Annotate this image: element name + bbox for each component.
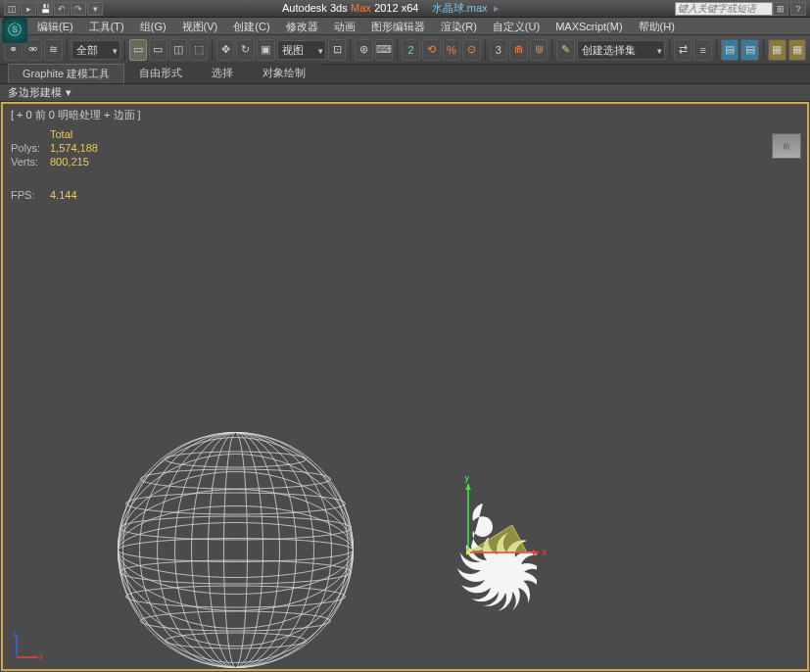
rotate-icon[interactable]: ↻ [236, 39, 255, 61]
snap-percent-icon[interactable]: % [443, 39, 461, 61]
help-grid-icon[interactable]: ⊞ [773, 2, 788, 16]
svg-point-20 [126, 586, 346, 607]
svg-marker-27 [465, 484, 471, 490]
svg-point-9 [209, 433, 263, 668]
snap-2d-icon[interactable]: 2 [402, 39, 420, 61]
qat-dropdown-icon[interactable]: ▾ [87, 2, 103, 16]
application-icon[interactable]: ⓢ [2, 18, 27, 43]
viewcube[interactable]: 前 [772, 133, 801, 159]
keyboard-shortcut-icon[interactable]: ⌨ [375, 39, 394, 61]
snap-mag2-icon[interactable]: ⋓ [530, 39, 548, 61]
menu-tools[interactable]: 工具(T) [81, 18, 132, 35]
select-icon[interactable]: ▭ [129, 39, 148, 61]
new-icon[interactable]: ◫ [4, 2, 20, 16]
schematic-icon[interactable]: ▦ [768, 39, 786, 61]
mirror-icon[interactable]: ⇄ [674, 39, 692, 61]
svg-point-3 [119, 506, 354, 595]
viewport[interactable]: [ + 0 前 0 明暗处理 + 边面 ] Total Polys:1,574,… [1, 102, 809, 671]
named-selection-dropdown[interactable]: 创建选择集 [577, 40, 665, 60]
ref-coord-dropdown[interactable]: 视图 [277, 40, 326, 60]
ribbon-tab-bar: Graphite 建模工具 自由形式 选择 对象绘制 [0, 65, 810, 84]
svg-point-10 [192, 433, 280, 668]
svg-point-12 [158, 433, 314, 668]
menu-graph-editors[interactable]: 图形编辑器 [363, 18, 433, 35]
svg-point-21 [141, 611, 331, 631]
svg-point-7 [119, 438, 354, 663]
menu-animation[interactable]: 动画 [326, 18, 363, 35]
svg-text:x: x [39, 650, 42, 661]
layers-icon[interactable]: ▤ [721, 39, 739, 61]
title-bar: ◫ ▸ 💾 ↶ ↷ ▾ Autodesk 3ds Max 2012 x64 水晶… [0, 0, 810, 18]
edit-named-icon[interactable]: ✎ [556, 39, 575, 61]
material-icon[interactable]: ▦ [788, 39, 807, 61]
scale-icon[interactable]: ▣ [257, 39, 275, 61]
main-toolbar: ⚭ ⚮ ≋ 全部 ▭ ▭ ◫ ⬚ ✥ ↻ ▣ 视图 ⊡ ⊛ ⌨ 2 ⟲ % ⊙ … [0, 35, 810, 65]
menu-bar: 编辑(E) 工具(T) 组(G) 视图(V) 创建(C) 修改器 动画 图形编辑… [0, 18, 810, 35]
axis-y-label: y [464, 476, 470, 483]
window-title: Autodesk 3ds Max 2012 x64 水晶球.max ▸ [107, 1, 675, 16]
tab-selection[interactable]: 选择 [197, 63, 248, 83]
svg-point-14 [123, 433, 349, 668]
world-axis-gizmo: x z [13, 632, 42, 661]
bind-icon[interactable]: ≋ [44, 39, 63, 61]
window-crossing-icon[interactable]: ⬚ [189, 39, 208, 61]
pivot-icon[interactable]: ⊡ [328, 39, 347, 61]
svg-point-11 [175, 433, 297, 668]
menu-views[interactable]: 视图(V) [174, 18, 226, 35]
ribbon-panel-label: 多边形建模▾ [0, 84, 810, 102]
menu-customize[interactable]: 自定义(U) [485, 18, 548, 35]
viewport-label[interactable]: [ + 0 前 0 明暗处理 + 边面 ] [11, 108, 141, 122]
wireframe-sphere[interactable] [116, 430, 356, 670]
svg-point-18 [120, 516, 352, 540]
menu-create[interactable]: 创建(C) [225, 18, 277, 35]
align-icon[interactable]: ≡ [693, 39, 712, 61]
svg-point-2 [119, 523, 354, 578]
svg-text:z: z [13, 632, 19, 638]
quick-access-toolbar: ◫ ▸ 💾 ↶ ↷ ▾ [0, 2, 107, 16]
viewport-stats: Total Polys:1,574,188 Verts:800,215 FPS:… [11, 127, 98, 202]
svg-point-13 [140, 433, 332, 668]
menu-group[interactable]: 组(G) [132, 18, 174, 35]
svg-point-8 [224, 433, 248, 668]
menu-maxscript[interactable]: MAXScript(M) [548, 18, 630, 35]
undo-icon[interactable]: ↶ [54, 2, 70, 16]
select-rect-icon[interactable]: ◫ [169, 39, 188, 61]
svg-point-17 [126, 493, 346, 514]
svg-point-4 [119, 490, 354, 611]
menu-help[interactable]: 帮助(H) [631, 18, 683, 35]
selection-filter-dropdown[interactable]: 全部 [71, 40, 120, 60]
manipulate-icon[interactable]: ⊛ [355, 39, 373, 61]
snap-3-icon[interactable]: 3 [490, 39, 508, 61]
svg-point-1 [119, 539, 354, 562]
menu-rendering[interactable]: 渲染(R) [433, 18, 485, 35]
axis-x-label: x [542, 546, 547, 557]
unlink-icon[interactable]: ⚮ [24, 39, 43, 61]
svg-point-19 [120, 560, 352, 584]
snap-mag-icon[interactable]: ⋒ [509, 39, 528, 61]
dragon-mesh[interactable] [429, 496, 537, 633]
tab-graphite[interactable]: Graphite 建模工具 [8, 64, 124, 83]
svg-point-6 [119, 455, 354, 647]
menu-modifiers[interactable]: 修改器 [278, 18, 326, 35]
redo-icon[interactable]: ↷ [71, 2, 86, 16]
snap-angle-icon[interactable]: ⟲ [422, 39, 441, 61]
tab-object-paint[interactable]: 对象绘制 [248, 63, 320, 83]
search-input[interactable] [675, 2, 773, 16]
curve-editor-icon[interactable]: ▤ [740, 39, 759, 61]
move-icon[interactable]: ✥ [216, 39, 235, 61]
tab-freeform[interactable]: 自由形式 [124, 63, 197, 83]
help-icon[interactable]: ? [790, 2, 806, 16]
svg-point-0 [119, 433, 354, 668]
menu-edit[interactable]: 编辑(E) [29, 18, 81, 35]
svg-point-16 [141, 469, 331, 489]
open-icon[interactable]: ▸ [21, 2, 36, 16]
spinner-snap-icon[interactable]: ⊙ [462, 39, 481, 61]
save-icon[interactable]: 💾 [37, 2, 53, 16]
svg-point-5 [119, 472, 354, 629]
select-by-name-icon[interactable]: ▭ [149, 39, 167, 61]
